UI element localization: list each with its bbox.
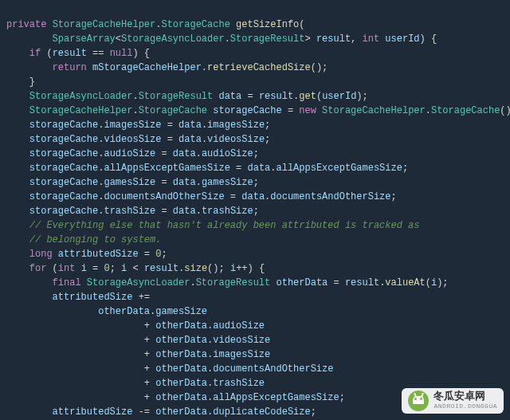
code-line: } xyxy=(6,77,35,88)
code-line: + otherData.trashSize xyxy=(6,378,265,389)
code-line: storageCache.audioSize = data.audioSize; xyxy=(6,148,259,159)
code-line: return mStorageCacheHelper.retrieveCache… xyxy=(6,62,328,73)
code-line: + otherData.imagesSize xyxy=(6,349,270,360)
code-line: attributedSize -= otherData.duplicateCod… xyxy=(6,406,316,418)
code-line: StorageAsyncLoader.StorageResult data = … xyxy=(6,91,368,102)
code-line: storageCache.trashSize = data.trashSize; xyxy=(6,206,259,217)
code-block: private StorageCacheHelper.StorageCache … xyxy=(0,0,510,420)
code-line: storageCache.documentsAndOtherSize = dat… xyxy=(6,191,397,202)
code-line: // Everything else that hasn't already b… xyxy=(6,220,420,231)
watermark-badge: 冬瓜安卓网 ANDROID.DONGGUA xyxy=(402,388,504,414)
watermark-text: 冬瓜安卓网 ANDROID.DONGGUA xyxy=(434,391,497,411)
code-line: long attributedSize = 0; xyxy=(6,249,167,260)
code-line: final StorageAsyncLoader.StorageResult o… xyxy=(6,277,449,289)
code-line: storageCache.videosSize = data.videosSiz… xyxy=(6,134,270,145)
code-line: storageCache.imagesSize = data.imagesSiz… xyxy=(6,120,270,131)
code-line: for (int i = 0; i < result.size(); i++) … xyxy=(6,263,265,274)
code-line: otherData.gamesSize xyxy=(6,306,207,317)
code-line: storageCache.allAppsExceptGamesSize = da… xyxy=(6,163,408,174)
code-line: + otherData.audioSize xyxy=(6,320,265,332)
code-line: // belonging to system. xyxy=(6,234,161,245)
code-line: + otherData.documentsAndOtherSize xyxy=(6,363,333,375)
code-line: private StorageCacheHelper.StorageCache … xyxy=(6,19,305,30)
code-line: storageCache.gamesSize = data.gamesSize; xyxy=(6,177,259,188)
code-line: if (result == null) { xyxy=(6,48,150,59)
code-line: + otherData.videosSize xyxy=(6,335,270,346)
android-icon xyxy=(408,391,429,411)
code-line: + otherData.allAppsExceptGamesSize; xyxy=(6,392,345,403)
code-line: StorageCacheHelper.StorageCache storageC… xyxy=(6,105,510,116)
code-line: attributedSize += xyxy=(6,292,150,303)
code-line: SparseArray<StorageAsyncLoader.StorageRe… xyxy=(6,33,437,45)
